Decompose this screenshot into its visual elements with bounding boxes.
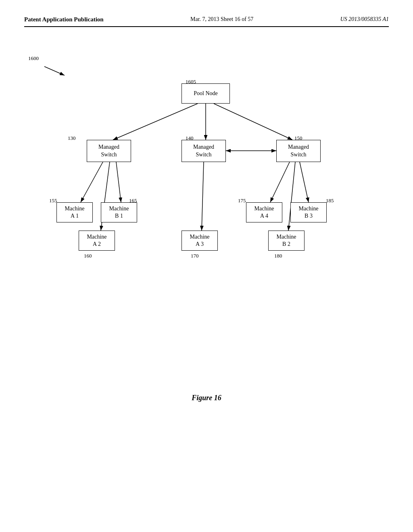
pool-node-box: Pool Node — [181, 83, 230, 104]
header-center: Mar. 7, 2013 Sheet 16 of 57 — [190, 16, 253, 23]
svg-line-11 — [270, 162, 290, 202]
header-right: US 2013/0058335 A1 — [340, 16, 389, 23]
machine-a1-box: MachineA 1 — [56, 202, 93, 222]
machine-b3-box: MachineB 3 — [290, 202, 327, 222]
switch-left-box: ManagedSwitch — [87, 140, 131, 162]
machine-a2-id: 160 — [84, 253, 92, 259]
machine-a3-box: MachineA 3 — [181, 231, 218, 251]
machine-a1-id: 155 — [49, 197, 57, 204]
machine-b3-id: 185 — [326, 197, 334, 204]
header-left: Patent Application Publication — [24, 16, 104, 23]
machine-b1-id: 165 — [129, 197, 137, 204]
switch-right-id: 150 — [294, 135, 302, 141]
page-header: Patent Application Publication Mar. 7, 2… — [24, 16, 389, 27]
machine-a4-id: 175 — [238, 197, 246, 204]
svg-line-3 — [113, 104, 198, 140]
machine-b1-box: MachineB 1 — [101, 202, 137, 222]
diagram-area: 1600 Switch Right (150): bid — [24, 51, 389, 382]
machine-a3-id: 170 — [191, 253, 199, 259]
pool-node-id: 1605 — [186, 79, 196, 85]
switch-center-box: ManagedSwitch — [181, 140, 226, 162]
figure-caption: Figure 16 — [24, 394, 389, 402]
machine-a2-box: MachineA 2 — [79, 231, 115, 251]
switch-center-id: 140 — [186, 135, 194, 141]
svg-line-2 — [44, 66, 65, 75]
ref-1600-label: 1600 — [28, 55, 39, 62]
switch-left-id: 130 — [68, 135, 76, 141]
switch-right-box: ManagedSwitch — [276, 140, 321, 162]
svg-line-5 — [214, 104, 292, 140]
page: Patent Application Publication Mar. 7, 2… — [0, 0, 413, 532]
svg-line-8 — [116, 162, 121, 202]
machine-a4-box: MachineA 4 — [246, 202, 282, 222]
svg-line-7 — [81, 162, 103, 202]
machine-b2-box: MachineB 2 — [268, 231, 305, 251]
svg-line-10 — [202, 162, 204, 231]
svg-line-12 — [300, 162, 309, 202]
machine-b2-id: 180 — [274, 253, 282, 259]
